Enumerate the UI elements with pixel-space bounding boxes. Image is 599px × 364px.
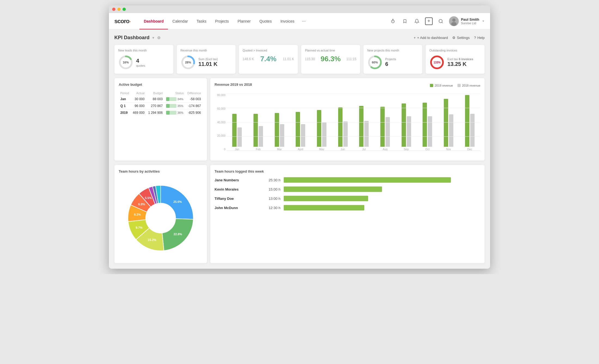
nav-dashboard[interactable]: Dashboard <box>139 13 168 29</box>
nav-calendar[interactable]: Calendar <box>168 13 192 29</box>
month-group: Dec <box>465 95 475 151</box>
svg-point-4 <box>451 22 457 26</box>
revenue-donut-pct: 28% <box>185 61 191 64</box>
revenue-chart-title: Revenue 2019 vs 2018 <box>215 82 252 87</box>
budget-table: Period Actual Budget Status Difference J… <box>119 90 203 116</box>
nav-tasks[interactable]: Tasks <box>192 13 211 29</box>
month-group: Jul <box>359 106 369 151</box>
team-bar-wrap <box>284 205 480 210</box>
title-dropdown-icon[interactable]: ▼ <box>152 36 155 40</box>
minimize-btn[interactable] <box>117 8 121 11</box>
add-to-dashboard-btn[interactable]: + + Add to dashboard <box>414 36 448 40</box>
month-label: April <box>298 148 303 151</box>
table-row: Jan 30 000 88 003 34% -58 003 <box>119 96 203 103</box>
logo[interactable]: scoro· <box>114 18 131 25</box>
bookmark-icon[interactable] <box>401 17 409 25</box>
team-bar <box>284 196 368 201</box>
table-row: Q 1 96 000 270 867 35% -174 867 <box>119 103 203 109</box>
nav-projects[interactable]: Projects <box>211 13 233 29</box>
planned-right: 111:15 <box>346 57 356 61</box>
add-icon[interactable]: + <box>425 17 433 25</box>
team-member-hours: 13:00 h <box>261 197 280 201</box>
col-difference: Difference <box>185 90 203 96</box>
diff-cell: -825 906 <box>185 109 203 116</box>
bar-2018 <box>470 114 475 147</box>
pie-label: 9.7% <box>136 226 142 229</box>
month-group: Nov <box>444 99 453 151</box>
maximize-btn[interactable] <box>123 8 126 11</box>
bar-2019 <box>275 113 279 147</box>
kpi-revenue: Revenue this month 28% Sum (Excl tax) 11… <box>177 45 236 74</box>
team-hours-activities-panel: Team hours by activities 25.6%22.8%15.2%… <box>114 165 207 263</box>
month-label: Feb <box>256 148 261 151</box>
bar-2018 <box>322 122 326 147</box>
outstanding-value: 13.25 K <box>447 61 481 67</box>
kpi-quoted-invoiced: Quoted > Invoiced 148.6 K 7.4% 11.01 K <box>239 45 298 74</box>
month-label: Mar <box>277 148 282 151</box>
search-icon[interactable] <box>437 17 445 25</box>
team-row: John McDunn 12:30 h <box>215 205 480 210</box>
nav-more[interactable]: ··· <box>299 13 309 29</box>
legend-2018: 2018 revenue <box>457 84 480 87</box>
bar-2018 <box>280 124 284 147</box>
titlebar <box>109 5 490 13</box>
active-budget-panel: Active budget Period Actual Budget Statu… <box>114 78 207 161</box>
pie-chart-container: 25.6%22.8%15.2%9.7%8.3%6.9%5.5% <box>119 177 203 259</box>
pie-label: 5.5% <box>145 196 152 200</box>
active-budget-title: Active budget <box>119 82 203 87</box>
app-window: scoro· Dashboard Calendar Tasks Projects… <box>109 5 490 269</box>
bar-2019 <box>253 114 258 147</box>
period-cell: 2019 <box>119 109 131 116</box>
quoted-right: 11.01 K <box>283 57 294 61</box>
mid-row: Active budget Period Actual Budget Statu… <box>114 78 485 161</box>
team-member-hours: 25:30 h <box>261 178 280 182</box>
bar-2018 <box>386 117 390 147</box>
user-area[interactable]: Paul Smith Sunrise Ltd ▼ <box>449 16 485 26</box>
month-label: Jul <box>362 148 366 151</box>
month-group: May <box>317 110 326 151</box>
actual-cell: 96 000 <box>131 103 146 109</box>
help-btn[interactable]: ? Help <box>474 36 485 40</box>
bar-2018 <box>407 116 411 147</box>
projects-donut: 60% <box>367 55 383 70</box>
logo-text: scoro <box>114 18 129 25</box>
legend-2018-dot <box>457 84 461 87</box>
month-group: Jan <box>232 114 242 151</box>
bar-2018 <box>343 121 348 147</box>
month-label: Jan <box>235 148 239 151</box>
revenue-chart-panel: Revenue 2019 vs 2018 2019 revenue 2018 r… <box>210 78 485 161</box>
timer-icon[interactable] <box>389 17 397 25</box>
nav-planner[interactable]: Planner <box>233 13 255 29</box>
outstanding-prefix: Excl tax <box>447 57 458 61</box>
kpi-new-projects: New projects this month 60% Projects 6 <box>363 45 423 74</box>
month-group: Feb <box>253 114 263 151</box>
projects-sub: Projects <box>385 57 419 61</box>
revenue-prefix: Sum (Excl tax) <box>198 57 232 61</box>
bar-2018 <box>259 126 263 147</box>
settings-icon: ⚙ <box>452 36 456 40</box>
pie-label: 6.9% <box>138 203 145 206</box>
dashboard-title: KPI Dashboard ▼ ⚙ <box>114 35 161 41</box>
kpi-planned-actual: Planned vs actual time 115:30 96.3% 111:… <box>301 45 360 74</box>
pie-label: 22.8% <box>173 233 182 236</box>
nav-quotes[interactable]: Quotes <box>255 13 276 29</box>
month-label: Nov <box>446 148 451 151</box>
month-label: Oct <box>425 148 430 151</box>
user-company: Sunrise Ltd <box>461 22 479 25</box>
team-bar <box>284 205 364 210</box>
avatar <box>449 16 459 26</box>
bell-icon[interactable] <box>413 17 421 25</box>
bar-2019 <box>232 114 237 147</box>
month-label: Aug <box>383 148 388 151</box>
help-icon: ? <box>474 36 476 40</box>
month-group: Jun <box>338 107 348 151</box>
nav-invoices[interactable]: Invoices <box>276 13 299 29</box>
bar-2018 <box>237 127 242 147</box>
settings-btn[interactable]: ⚙ Settings <box>452 36 470 40</box>
user-dropdown-icon: ▼ <box>482 20 485 23</box>
close-btn[interactable] <box>112 8 115 11</box>
leads-donut-pct: 16% <box>123 61 129 64</box>
bar-2019 <box>465 95 469 147</box>
team-bar <box>284 177 451 183</box>
filter-icon[interactable]: ⚙ <box>157 36 161 40</box>
